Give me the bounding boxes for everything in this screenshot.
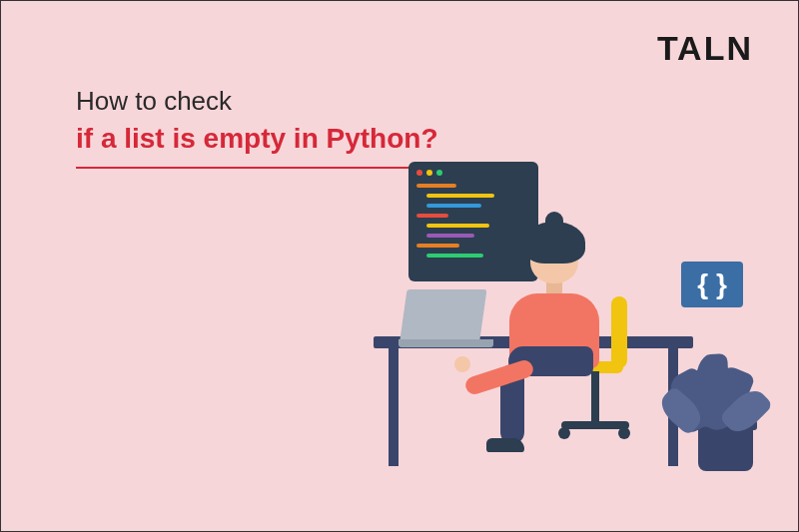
chair-wheel — [558, 427, 570, 439]
code-line — [426, 204, 481, 208]
maximize-dot-icon — [436, 170, 442, 176]
foot — [486, 438, 524, 452]
chair-wheel — [618, 427, 630, 439]
code-line — [426, 224, 489, 228]
code-editor-window — [408, 162, 538, 281]
minimize-dot-icon — [426, 170, 432, 176]
code-line — [416, 184, 456, 188]
code-line — [426, 254, 483, 258]
illustration-scene: { } — [374, 162, 743, 501]
code-line — [416, 214, 448, 218]
chair-pole — [591, 371, 599, 426]
chair-back — [611, 296, 627, 368]
hair — [523, 222, 585, 264]
curly-braces-icon: { } — [681, 262, 743, 307]
arm — [463, 358, 535, 397]
hand — [454, 356, 470, 372]
window-controls — [416, 170, 530, 176]
brand-logo: TALN — [657, 29, 753, 68]
close-dot-icon — [416, 170, 422, 176]
code-line — [426, 194, 494, 198]
code-line — [426, 234, 474, 238]
heading-intro: How to check — [76, 86, 438, 117]
article-heading: How to check if a list is empty in Pytho… — [76, 86, 438, 169]
desk-leg — [389, 346, 399, 466]
laptop-icon — [403, 289, 493, 347]
plant-pot — [698, 426, 753, 471]
code-line — [416, 244, 459, 248]
